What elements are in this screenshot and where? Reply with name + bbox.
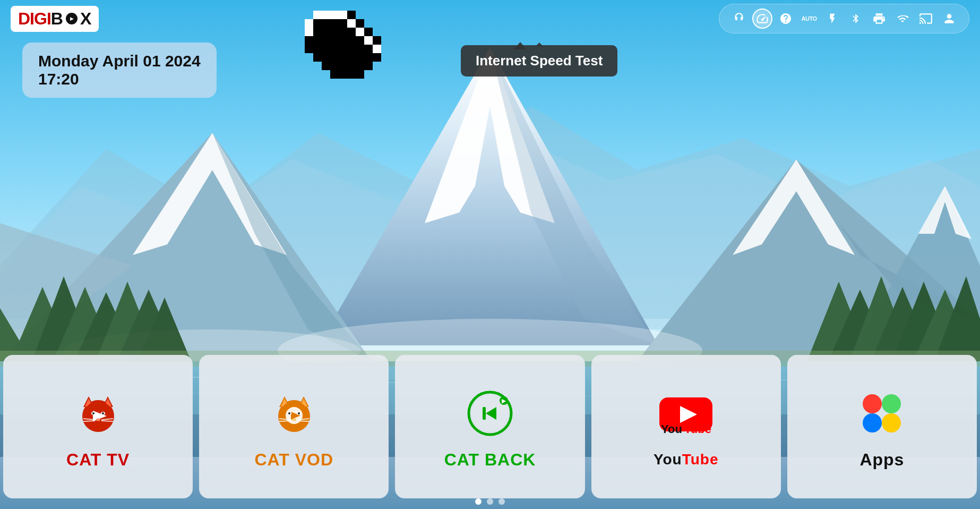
apps-icon [853, 384, 911, 443]
cat-tv-icon [69, 384, 127, 443]
printer-icon[interactable] [869, 9, 889, 29]
svg-point-140 [863, 394, 882, 413]
cast-icon[interactable] [916, 9, 936, 29]
cat-back-label: CAT BACK [444, 450, 536, 470]
lightning-icon[interactable] [822, 9, 843, 29]
header: DIGI B X AUTO [0, 0, 980, 37]
apps-label: Apps [859, 450, 904, 470]
page-dots [475, 498, 505, 505]
svg-text:Tube: Tube [684, 422, 711, 436]
speed-tooltip-label: Internet Speed Test [476, 53, 603, 69]
datetime-widget: Monday April 01 2024 17:20 [22, 43, 217, 98]
system-tray: AUTO [719, 4, 969, 33]
svg-text:▶: ▶ [502, 398, 506, 404]
nav-cat-tv[interactable]: CAT TV [3, 355, 193, 498]
youtube-icon: You Tube [657, 385, 715, 444]
logo-ox-letters: X [80, 9, 91, 29]
dot-1[interactable] [475, 498, 482, 505]
datetime-date: Monday April 01 2024 [38, 52, 201, 70]
svg-point-121 [292, 418, 296, 421]
svg-line-106 [83, 421, 95, 421]
svg-point-104 [96, 418, 100, 421]
speedometer-icon[interactable] [752, 9, 772, 29]
cat-back-icon: ▶ [461, 384, 519, 443]
svg-point-142 [863, 413, 882, 432]
svg-point-141 [882, 394, 901, 413]
cat-vod-icon [265, 384, 323, 443]
cat-vod-label: CAT VOD [254, 450, 333, 470]
bluetooth-icon[interactable] [846, 9, 866, 29]
svg-line-123 [279, 421, 291, 421]
nav-cat-back[interactable]: ▶ CAT BACK [395, 355, 584, 498]
cat-tv-label: CAT TV [66, 450, 130, 470]
nav-cat-vod[interactable]: CAT VOD [199, 355, 389, 498]
nav-apps[interactable]: Apps [787, 355, 977, 498]
bottom-nav: CAT TV [0, 350, 980, 509]
speed-tooltip: Internet Speed Test [461, 45, 617, 77]
headset-icon[interactable] [729, 9, 749, 29]
svg-point-143 [882, 413, 901, 432]
logo-play-circle [66, 13, 78, 24]
svg-point-129 [298, 412, 300, 414]
svg-text:You: You [661, 422, 682, 436]
svg-point-111 [92, 412, 94, 414]
svg-rect-133 [483, 407, 486, 420]
account-icon[interactable] [939, 9, 959, 29]
logo-digi: DIGI [18, 9, 51, 29]
svg-point-128 [288, 412, 290, 414]
auto-icon[interactable]: AUTO [799, 9, 819, 29]
youtube-label: YouTube [654, 451, 719, 468]
logo: DIGI B X [11, 6, 99, 32]
svg-point-112 [102, 412, 104, 414]
nav-youtube[interactable]: You Tube YouTube [591, 355, 781, 498]
logo-box: B X [51, 9, 91, 29]
datetime-time: 17:20 [38, 70, 201, 88]
dot-2[interactable] [487, 498, 493, 505]
logo-b-letter: B [51, 9, 63, 29]
svg-line-108 [101, 421, 113, 421]
help-icon[interactable] [776, 9, 796, 29]
dot-3[interactable] [498, 498, 505, 505]
wifi-icon[interactable] [892, 9, 913, 29]
svg-line-125 [297, 421, 309, 421]
